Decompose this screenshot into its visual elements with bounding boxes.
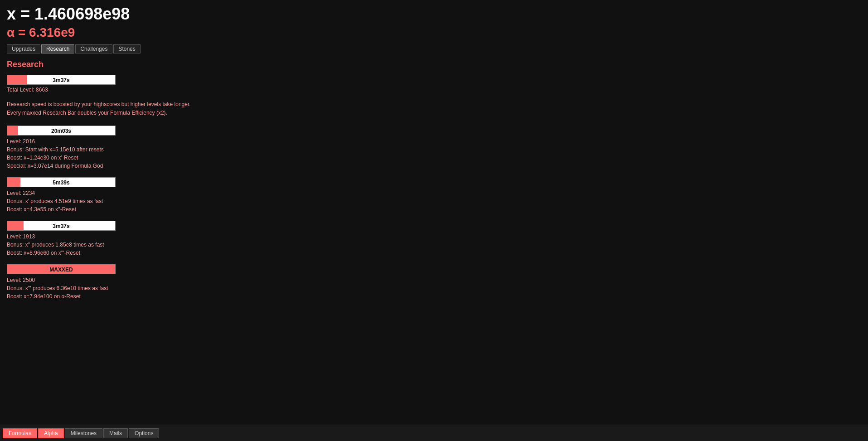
section-title: Research <box>7 60 861 69</box>
bottom-btn-options[interactable]: Options <box>129 428 159 438</box>
research-bar-2[interactable]: 5m39s Level: 2234 Bonus: x' produces 4.5… <box>7 177 861 213</box>
tab-upgrades[interactable]: Upgrades <box>7 44 40 53</box>
bar1-label: 20m03s <box>7 126 115 136</box>
main-bar-label: 3m37s <box>7 75 115 85</box>
research-bar-1[interactable]: 20m03s Level: 2016 Bonus: Start with x=5… <box>7 126 861 170</box>
bottom-btn-milestones[interactable]: Milestones <box>65 428 102 438</box>
alpha-display: α = 6.316e9 <box>7 25 861 40</box>
bottom-btn-alpha[interactable]: Alpha <box>38 428 64 438</box>
bar1-info: Level: 2016 Bonus: Start with x=5.15e10 … <box>7 137 861 170</box>
x-display: x = 1.460698e98 <box>7 5 861 24</box>
research-bar-3[interactable]: 3m37s Level: 1913 Bonus: x'' produces 1.… <box>7 221 861 257</box>
bar4-info: Level: 2500 Bonus: x''' produces 6.36e10… <box>7 276 861 300</box>
bar3-info: Level: 1913 Bonus: x'' produces 1.85e8 t… <box>7 233 861 257</box>
tab-challenges[interactable]: Challenges <box>75 44 112 53</box>
total-level: Total Level: 8663 <box>7 87 861 93</box>
bar2-label: 5m39s <box>7 178 115 187</box>
research-bar-4[interactable]: MAXXED Level: 2500 Bonus: x''' produces … <box>7 264 861 300</box>
main-research-bar[interactable]: 3m37s Total Level: 8663 <box>7 75 861 93</box>
tab-research[interactable]: Research <box>41 44 74 53</box>
bar4-label: MAXXED <box>7 265 115 274</box>
bar2-info: Level: 2234 Bonus: x' produces 4.51e9 ti… <box>7 189 861 213</box>
section-tabs: Upgrades Research Challenges Stones <box>7 44 861 53</box>
info-text: Research speed is boosted by your highsc… <box>7 100 861 117</box>
bottom-navigation: Formulas Alpha Milestones Mails Options <box>0 425 868 441</box>
bottom-btn-formulas[interactable]: Formulas <box>3 428 37 438</box>
tab-stones[interactable]: Stones <box>113 44 140 53</box>
bar3-label: 3m37s <box>7 221 115 231</box>
bottom-btn-mails[interactable]: Mails <box>103 428 128 438</box>
